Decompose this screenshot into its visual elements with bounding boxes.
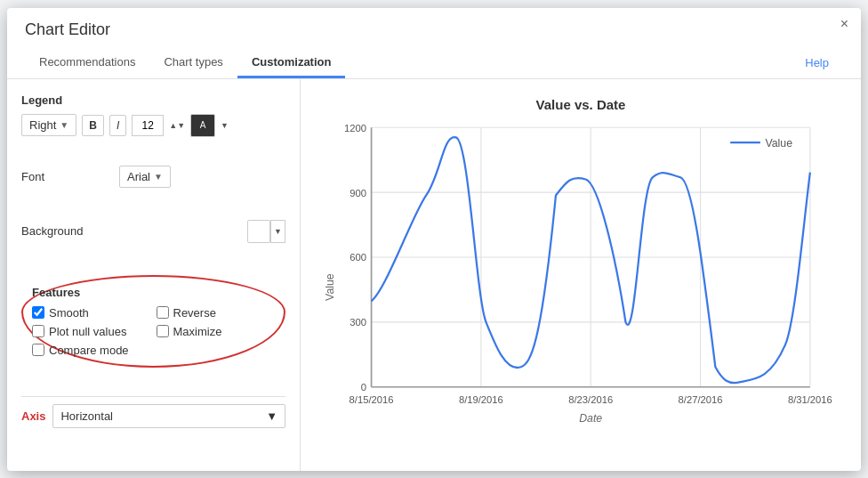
tabs-bar: Recommendations Chart types Customizatio…	[25, 48, 843, 78]
plot-null-label: Plot null values	[49, 325, 126, 338]
text-color-button[interactable]: A	[190, 114, 215, 137]
color-arrow: ▼	[221, 121, 229, 130]
legend-controls: Right ▼ B I ▲▼ A ▼	[21, 114, 285, 137]
features-section: Features Smooth Reverse Plot null values	[21, 275, 285, 368]
axis-label: Axis	[21, 409, 45, 423]
features-title: Features	[32, 286, 271, 299]
bottom-buttons: Insert Cancel	[21, 464, 285, 471]
tab-chart-types[interactable]: Chart types	[149, 48, 237, 78]
smooth-label: Smooth	[49, 306, 89, 320]
svg-text:8/27/2016: 8/27/2016	[679, 393, 723, 404]
maximize-checkbox[interactable]	[157, 325, 169, 337]
svg-text:900: 900	[350, 187, 366, 198]
color-icon: A	[200, 120, 206, 130]
font-section: Font Arial ▼	[21, 166, 285, 191]
plot-null-checkbox[interactable]	[32, 325, 44, 337]
reverse-option[interactable]: Reverse	[157, 306, 272, 320]
axis-value: Horizontal	[60, 409, 113, 423]
smooth-checkbox[interactable]	[32, 306, 44, 319]
svg-text:8/15/2016: 8/15/2016	[350, 393, 394, 404]
axis-arrow: ▼	[266, 409, 277, 423]
svg-text:8/19/2016: 8/19/2016	[459, 393, 503, 404]
font-label: Font	[21, 170, 119, 183]
axis-select[interactable]: Horizontal ▼	[52, 404, 285, 428]
italic-button[interactable]: I	[109, 115, 126, 136]
background-label: Background	[21, 224, 119, 238]
chart-svg: Value	[318, 117, 843, 447]
font-value: Arial	[127, 170, 150, 183]
legend-section: Legend Right ▼ B I ▲▼ A ▼	[21, 93, 285, 137]
chart-container: Value vs. Date Value	[318, 97, 843, 453]
font-arrow: ▼	[154, 172, 163, 182]
background-row: Background ▼	[21, 220, 285, 243]
svg-text:0: 0	[361, 382, 366, 393]
background-section: Background ▼	[21, 220, 285, 247]
svg-text:1200: 1200	[344, 122, 366, 133]
legend-position-arrow: ▼	[60, 120, 68, 130]
svg-text:8/23/2016: 8/23/2016	[568, 393, 613, 404]
svg-text:Date: Date	[579, 411, 602, 424]
close-button[interactable]: ×	[840, 17, 848, 31]
chart-title: Value vs. Date	[318, 97, 843, 112]
bold-button[interactable]: B	[82, 115, 104, 136]
svg-text:8/31/2016: 8/31/2016	[788, 393, 832, 404]
compare-checkbox[interactable]	[32, 344, 44, 356]
smooth-option[interactable]: Smooth	[32, 306, 148, 320]
y-axis-label: Value	[324, 273, 336, 301]
reverse-checkbox[interactable]	[157, 306, 169, 319]
left-panel: Legend Right ▼ B I ▲▼ A ▼	[7, 79, 301, 471]
legend-position-select[interactable]: Right ▼	[21, 114, 76, 136]
maximize-option[interactable]: Maximize	[157, 325, 272, 338]
background-color-arrow[interactable]: ▼	[270, 220, 285, 243]
right-panel: Value vs. Date Value	[301, 79, 861, 471]
font-row: Font Arial ▼	[21, 166, 285, 188]
tab-recommendations[interactable]: Recommendations	[25, 48, 149, 78]
compare-label: Compare mode	[49, 344, 129, 357]
compare-option[interactable]: Compare mode	[32, 344, 148, 357]
font-size-arrows: ▲▼	[169, 121, 185, 130]
reverse-label: Reverse	[173, 306, 216, 320]
svg-text:300: 300	[350, 317, 366, 328]
features-grid: Smooth Reverse Plot null values Maximize	[32, 306, 271, 357]
background-color-button[interactable]	[247, 220, 270, 243]
font-size-input[interactable]	[132, 115, 164, 136]
legend-title: Legend	[21, 93, 285, 107]
tab-customization[interactable]: Customization	[237, 48, 346, 78]
dialog-header: Chart Editor × Recommendations Chart typ…	[7, 8, 861, 79]
plot-null-option[interactable]: Plot null values	[32, 325, 148, 338]
font-select[interactable]: Arial ▼	[119, 166, 171, 188]
legend-label: Value	[765, 136, 792, 149]
dialog-body: Legend Right ▼ B I ▲▼ A ▼	[7, 79, 861, 471]
maximize-label: Maximize	[173, 325, 222, 338]
legend-position-value: Right	[29, 118, 56, 132]
axis-row: Axis Horizontal ▼	[21, 396, 285, 435]
chart-editor-dialog: Chart Editor × Recommendations Chart typ…	[7, 8, 861, 471]
svg-text:600: 600	[350, 252, 366, 263]
help-link[interactable]: Help	[791, 49, 843, 77]
dialog-title: Chart Editor	[25, 20, 110, 39]
